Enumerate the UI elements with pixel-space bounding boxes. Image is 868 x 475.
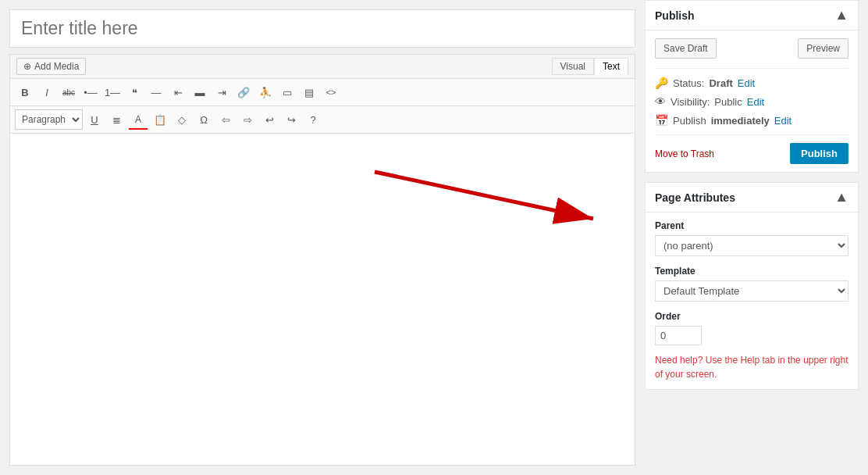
align-right-button[interactable]: ⇥ xyxy=(212,82,232,102)
main-wrapper: ⊕ Add Media Visual Text B I abc •— 1— ❝ … xyxy=(0,0,868,475)
move-trash-link[interactable]: Move to Trash xyxy=(655,148,714,159)
schedule-label: Publish xyxy=(673,115,706,127)
publish-info: 🔑 Status: Draft Edit 👁 Visibility: Publi… xyxy=(655,68,848,127)
publish-title: Publish xyxy=(655,9,695,22)
tab-visual[interactable]: Visual xyxy=(552,58,594,75)
order-input[interactable] xyxy=(655,326,702,345)
template-select[interactable]: Default Template xyxy=(655,280,848,302)
visibility-icon: 👁 xyxy=(655,95,666,108)
paste-button[interactable]: 📋 xyxy=(150,109,170,130)
editor-area: ⊕ Add Media Visual Text B I abc •— 1— ❝ … xyxy=(0,0,645,475)
add-media-icon: ⊕ xyxy=(23,61,31,72)
justify-button[interactable]: ≣ xyxy=(106,109,126,130)
page-attributes-metabox: Page Attributes ▲ Parent (no parent) Tem… xyxy=(645,182,859,390)
sidebar: Publish ▲ Save Draft Preview 🔑 Status: D… xyxy=(645,0,868,475)
fullscreen-button[interactable]: ▭ xyxy=(277,82,297,102)
publish-button[interactable]: Publish xyxy=(790,143,848,164)
publish-actions: Save Draft Preview xyxy=(655,38,848,59)
page-attributes-title: Page Attributes xyxy=(655,191,735,204)
schedule-value: immediately xyxy=(711,115,770,127)
clear-format-button[interactable]: ◇ xyxy=(172,109,192,130)
align-center-button[interactable]: ▬ xyxy=(190,82,210,102)
link-button[interactable]: 🔗 xyxy=(233,82,254,102)
schedule-edit-link[interactable]: Edit xyxy=(774,115,792,127)
status-label: Status: xyxy=(673,77,704,89)
hr-button[interactable]: — xyxy=(146,82,166,102)
parent-select[interactable]: (no parent) xyxy=(655,235,848,256)
publish-metabox-header[interactable]: Publish ▲ xyxy=(646,1,858,30)
underline-button[interactable]: U xyxy=(84,109,105,130)
add-media-button[interactable]: ⊕ Add Media xyxy=(16,58,86,75)
editor-top-bar: ⊕ Add Media Visual Text xyxy=(10,55,635,79)
publish-metabox: Publish ▲ Save Draft Preview 🔑 Status: D… xyxy=(645,0,859,173)
text-color-button[interactable]: A xyxy=(128,109,148,130)
align-left-button[interactable]: ⇤ xyxy=(168,82,188,102)
visibility-label: Visibility: xyxy=(671,96,710,108)
toolbar-row-2: Paragraph U ≣ A 📋 ◇ Ω ⇦ ⇨ ↩ ↪ ? xyxy=(10,106,635,134)
preview-button[interactable]: Preview xyxy=(798,38,848,59)
paragraph-select[interactable]: Paragraph xyxy=(15,109,83,130)
publish-metabox-body: Save Draft Preview 🔑 Status: Draft Edit … xyxy=(646,30,858,172)
status-edit-link[interactable]: Edit xyxy=(738,77,755,89)
blockquote-button[interactable]: ❝ xyxy=(124,82,144,102)
indent-button[interactable]: ⇨ xyxy=(237,109,258,130)
undo-button[interactable]: ↩ xyxy=(259,109,279,130)
schedule-icon: 📅 xyxy=(655,114,668,127)
editor-content[interactable] xyxy=(10,134,635,368)
parent-label: Parent xyxy=(655,220,848,231)
help-button[interactable]: ? xyxy=(303,109,323,130)
visibility-value: Public xyxy=(714,96,742,108)
status-row: 🔑 Status: Draft Edit xyxy=(655,77,848,89)
publish-footer: Move to Trash Publish xyxy=(655,134,848,164)
publish-toggle-icon[interactable]: ▲ xyxy=(834,7,848,23)
redo-button[interactable]: ↪ xyxy=(281,109,301,130)
editor-tabs: Visual Text xyxy=(552,58,628,75)
bold-button[interactable]: B xyxy=(15,82,35,102)
add-media-label: Add Media xyxy=(34,61,79,72)
ol-button[interactable]: 1— xyxy=(102,82,123,102)
template-label: Template xyxy=(655,266,848,277)
order-label: Order xyxy=(655,311,848,322)
save-draft-button[interactable]: Save Draft xyxy=(655,38,717,59)
toolbar-row-1: B I abc •— 1— ❝ — ⇤ ▬ ⇥ 🔗 ⛹ ▭ ▤ <> xyxy=(10,79,635,106)
table-button[interactable]: ▤ xyxy=(299,82,319,102)
ul-button[interactable]: •— xyxy=(80,82,101,102)
visibility-row: 👁 Visibility: Public Edit xyxy=(655,95,848,108)
help-text: Need help? Use the Help tab in the upper… xyxy=(655,353,848,381)
italic-button[interactable]: I xyxy=(37,82,57,102)
status-value: Draft xyxy=(709,77,732,89)
title-input[interactable] xyxy=(9,9,635,48)
outdent-button[interactable]: ⇦ xyxy=(215,109,236,130)
strikethrough-button[interactable]: abc xyxy=(59,82,79,102)
editor-box: ⊕ Add Media Visual Text B I abc •— 1— ❝ … xyxy=(9,54,635,466)
page-attributes-body: Parent (no parent) Template Default Temp… xyxy=(646,212,858,389)
page-attributes-header[interactable]: Page Attributes ▲ xyxy=(646,183,858,212)
status-icon: 🔑 xyxy=(655,77,668,89)
omega-button[interactable]: Ω xyxy=(194,109,214,130)
tab-text[interactable]: Text xyxy=(594,58,628,75)
unlink-button[interactable]: ⛹ xyxy=(255,82,276,102)
schedule-row: 📅 Publish immediately Edit xyxy=(655,114,848,127)
visibility-edit-link[interactable]: Edit xyxy=(747,96,764,108)
page-attributes-toggle-icon[interactable]: ▲ xyxy=(834,189,848,205)
code-button[interactable]: <> xyxy=(321,82,341,102)
